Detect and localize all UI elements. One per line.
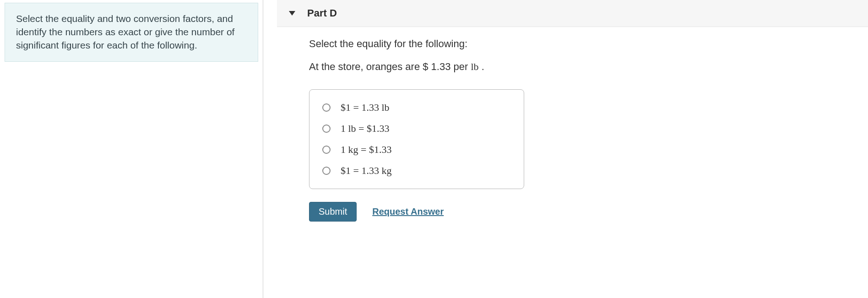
left-column: Select the equality and two conversion f… — [0, 0, 263, 298]
actions-row: Submit Request Answer — [309, 202, 616, 222]
prompt-line-1: Select the equality for the following: — [309, 38, 616, 50]
choice-label: 1 kg = $1.33 — [341, 144, 391, 156]
radio-icon[interactable] — [322, 146, 331, 154]
right-column: Part D Select the equality for the follo… — [263, 0, 868, 298]
radio-icon[interactable] — [322, 167, 331, 175]
choice-label: 1 lb = $1.33 — [341, 123, 390, 135]
request-answer-link[interactable]: Request Answer — [372, 206, 444, 217]
prompt-2-unit: lb — [471, 61, 478, 72]
part-header[interactable]: Part D — [277, 0, 868, 27]
choice-option[interactable]: 1 kg = $1.33 — [309, 139, 524, 160]
choice-label: $1 = 1.33 kg — [341, 165, 391, 177]
caret-down-icon — [289, 11, 295, 16]
choice-label: $1 = 1.33 lb — [341, 102, 390, 114]
radio-icon[interactable] — [322, 125, 331, 133]
prompt-2-suffix: . — [479, 61, 484, 72]
choice-option[interactable]: $1 = 1.33 kg — [309, 160, 524, 181]
part-title: Part D — [307, 7, 337, 19]
radio-icon[interactable] — [322, 103, 331, 112]
submit-button[interactable]: Submit — [309, 202, 357, 222]
page: Select the equality and two conversion f… — [0, 0, 868, 298]
instructions-box: Select the equality and two conversion f… — [5, 3, 258, 62]
choice-option[interactable]: $1 = 1.33 lb — [309, 97, 524, 118]
choice-option[interactable]: 1 lb = $1.33 — [309, 118, 524, 139]
choices-box: $1 = 1.33 lb 1 lb = $1.33 1 kg = $1.33 $… — [309, 89, 524, 189]
prompt-2-prefix: At the store, oranges are $ 1.33 per — [309, 61, 471, 72]
instructions-text: Select the equality and two conversion f… — [16, 13, 234, 50]
question-body: Select the equality for the following: A… — [277, 38, 616, 222]
prompt-line-2: At the store, oranges are $ 1.33 per lb … — [309, 61, 616, 73]
